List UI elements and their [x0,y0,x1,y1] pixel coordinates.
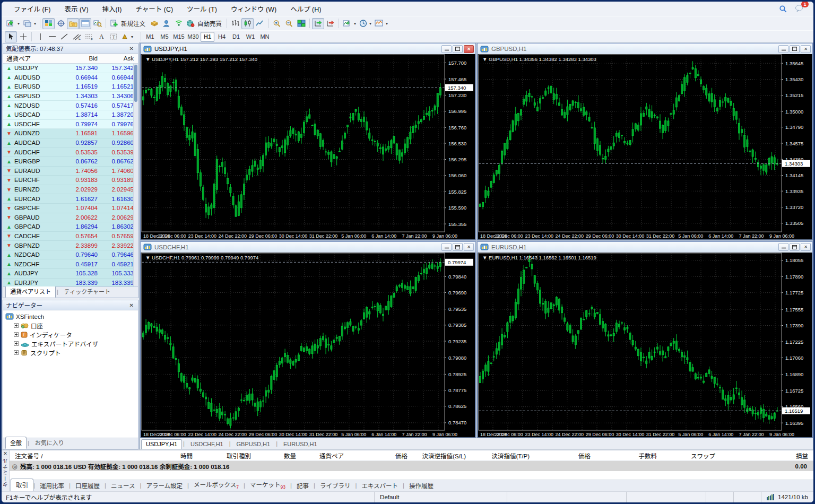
chart-title-bar-eurusd[interactable]: EURUSD,H1 ✕ [478,242,812,253]
menu-item-2[interactable]: 挿入(I) [96,2,129,16]
timeframe-m5[interactable]: M5 [158,32,171,42]
chart-tab-eurusd-h1[interactable]: EURUSD,H1 [279,439,322,449]
quote-row-gbpaud[interactable]: ▼GBPAUD 2.00622 2.00629 [3,213,138,223]
close-button[interactable]: ✕ [464,45,474,53]
chevron-down-icon[interactable]: ▾ [386,21,388,26]
quote-row-nzdchf[interactable]: ▲NZDCHF 0.45917 0.45921 [3,259,138,269]
text-label-tool-button[interactable]: T [107,31,119,42]
quote-row-euraud[interactable]: ▼EURAUD 1.74056 1.74060 [3,167,138,176]
chart-tab-usdchf-h1[interactable]: USDCHF,H1 [186,439,228,449]
navigator-item-2[interactable]: エキスパートアドバイザ [5,339,138,348]
chart-title-bar-gbpusd[interactable]: GBPUSD,H1 ✕ [478,44,812,54]
mql5-community-button[interactable] [160,18,172,29]
quote-row-cadchf[interactable]: ▼CADCHF 0.57654 0.57659 [3,232,138,241]
toggle-data-window-button[interactable] [55,18,67,29]
chart-tab-usdjpy-h1[interactable]: USDJPY,H1 [141,439,182,449]
menu-item-0[interactable]: ファイル (F) [7,2,57,16]
strategy-tester-button[interactable] [91,18,103,29]
terminal-tab-8[interactable]: ライブラリ [315,480,356,491]
restore-button[interactable] [453,243,463,251]
minimize-button[interactable] [778,45,788,53]
fibonacci-tool-button[interactable]: F [83,31,95,42]
zoom-out-button[interactable] [283,18,295,29]
terminal-col-6[interactable]: 決済逆指値(S/L) [413,451,471,460]
close-icon[interactable]: ✕ [128,302,135,308]
close-button[interactable]: ✕ [801,45,811,53]
timeframe-m30[interactable]: M30 [186,32,200,42]
expand-icon[interactable] [14,323,19,328]
bar-chart-mode-button[interactable] [229,18,241,29]
chart-canvas-eurusd[interactable]: 1.180551.178901.177251.175551.173901.172… [478,253,812,438]
terminal-tab-3[interactable]: ニュース [106,480,140,491]
minimize-button[interactable] [441,45,452,53]
terminal-tab-7[interactable]: 記事 [292,480,314,491]
quote-row-eurusd[interactable]: ▲EURUSD 1.16519 1.16521 [3,82,138,92]
new-order-button[interactable]: 新規注文 [108,18,148,29]
trendline-tool-button[interactable] [58,31,71,42]
timeframe-m1[interactable]: M1 [143,32,157,42]
new-chart-button[interactable]: ▾ [5,18,21,29]
terminal-col-11[interactable]: 損益 [721,451,813,460]
quote-row-nzdcad[interactable]: ▲NZDCAD 0.79640 0.79646 [3,250,138,260]
timeframe-d1[interactable]: D1 [229,32,243,42]
chart-title-bar-usdchf[interactable]: USDCHF,H1 ✕ [141,242,475,253]
menu-item-5[interactable]: ウィンドウ (W) [224,2,283,16]
terminal-col-4[interactable]: 通貨ペア [301,451,349,460]
candle-chart-mode-button[interactable] [241,18,254,29]
arrows-tool-button[interactable]: ▾ [119,31,135,42]
quote-row-usdchf[interactable]: ▲USDCHF 0.79974 0.79976 [3,120,138,129]
tile-windows-button[interactable] [295,18,307,29]
close-icon[interactable]: ✕ [128,46,135,51]
quote-row-audchf[interactable]: ▼AUDCHF 0.53535 0.53539 [3,147,138,157]
line-chart-mode-button[interactable] [254,18,266,29]
signals-button[interactable] [172,18,185,29]
col-symbol[interactable]: 通貨ペア [3,54,66,63]
indicators-list-button[interactable]: ▾ [341,18,358,29]
terminal-tab-6[interactable]: マーケット93 [245,479,290,491]
navigator-item-0[interactable]: 口座 [5,321,138,330]
market-watch-tab-1[interactable]: ティックチャート [59,285,115,298]
navigator-root[interactable]: XSFintech [5,312,138,321]
timeframe-h1[interactable]: H1 [201,32,214,42]
chart-tab-gbpusd-h1[interactable]: GBPUSD,H1 [232,439,275,449]
terminal-col-3[interactable]: 数量 [256,451,301,460]
search-icon[interactable] [779,5,787,13]
quote-row-gbpusd[interactable]: ▲GBPUSD 1.34303 1.34306 [3,92,138,101]
quote-row-usdcad[interactable]: ▲USDCAD 1.38714 1.38720 [3,110,138,120]
terminal-col-1[interactable]: 時間 [113,451,198,460]
chart-canvas-usdchf[interactable]: 0.799900.798400.796900.795350.793850.792… [141,253,475,438]
quote-row-usdjpy[interactable]: ▲USDJPY 157.340 157.342 [3,64,138,73]
terminal-col-2[interactable]: 取引種別 [198,451,256,460]
close-button[interactable]: ✕ [464,243,474,251]
templates-button[interactable]: ▾ [373,18,389,29]
chevron-down-icon[interactable]: ▾ [131,34,133,39]
expand-icon[interactable] [14,350,19,355]
quote-row-gbpchf[interactable]: ▼GBPCHF 1.07404 1.07414 [3,204,138,213]
chart-shift-button[interactable] [324,18,336,29]
chevron-down-icon[interactable]: ▾ [354,21,356,26]
expand-icon[interactable] [14,341,19,346]
terminal-col-8[interactable]: 価格 [535,451,596,460]
quote-row-eurgbp[interactable]: ▲EURGBP 0.86762 0.86762 [3,157,138,167]
quote-row-audusd[interactable]: ▲AUDUSD 0.66944 0.66944 [3,73,138,83]
horizontal-line-tool-button[interactable] [46,31,58,42]
quote-row-eurnzd[interactable]: ▼EURNZD 2.02929 2.02945 [3,185,138,195]
equidistant-channel-tool-button[interactable]: E [71,31,83,42]
restore-button[interactable] [790,243,800,251]
restore-button[interactable] [453,45,463,53]
minimize-button[interactable] [778,243,788,251]
cursor-tool-button[interactable] [5,31,17,42]
close-icon[interactable]: ✕ [3,451,7,456]
quote-row-audjpy[interactable]: ▲AUDJPY 105.328 105.333 [3,269,138,279]
metaeditor-button[interactable] [148,18,160,29]
quote-row-eurcad[interactable]: ▲EURCAD 1.61627 1.61630 [3,194,138,204]
terminal-col-10[interactable]: スワップ [662,451,721,460]
periods-button[interactable]: ▾ [358,18,373,29]
notifications-icon[interactable]: 1 [795,4,804,14]
chart-canvas-usdjpy[interactable]: 157.700157.465157.230156.995156.760156.5… [141,54,475,240]
terminal-tab-10[interactable]: 操作履歴 [404,480,438,491]
quote-row-nzdusd[interactable]: ▲NZDUSD 0.57416 0.57417 [3,101,138,110]
navigator-item-1[interactable]: f インディケータ [5,330,138,339]
terminal-col-7[interactable]: 決済指値(T/P) [471,451,535,460]
quote-row-eurjpy[interactable]: ▲EURJPY 183.339 183.339 [3,279,138,286]
